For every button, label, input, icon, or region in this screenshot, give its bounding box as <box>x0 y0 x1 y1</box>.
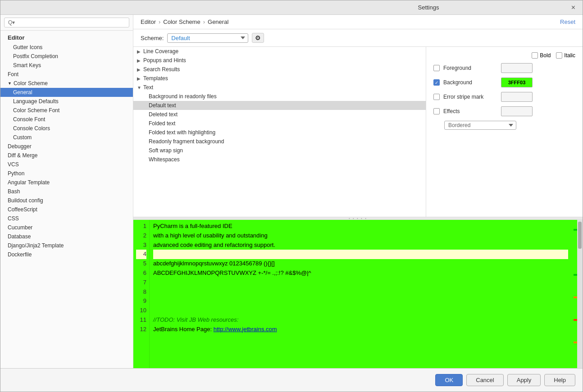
nav-item-debugger[interactable]: Debugger <box>0 142 133 151</box>
foreground-checkbox[interactable] <box>433 65 440 71</box>
line-num: 1 <box>136 222 146 231</box>
code-link: http://www.jetbrains.com <box>214 326 277 333</box>
background-checkbox[interactable]: ✓ <box>433 79 440 86</box>
background-color-box[interactable]: 3FFF03 <box>501 77 533 87</box>
effects-checkbox[interactable] <box>433 108 440 114</box>
cancel-button[interactable]: Cancel <box>466 374 503 386</box>
foreground-row: Foreground <box>433 63 575 73</box>
italic-label: Italic <box>564 52 575 59</box>
nav-header-editor[interactable]: Editor <box>0 32 133 43</box>
editor-area: ▶Line Coverage ▶Popups and Hints ▶Search… <box>133 47 583 368</box>
scheme-gear-button[interactable]: ⚙ <box>252 33 264 43</box>
reset-button[interactable]: Reset <box>560 18 575 25</box>
code-line <box>153 287 568 297</box>
search-box <box>0 15 133 31</box>
nav-item-smart-keys[interactable]: Smart Keys <box>0 61 133 70</box>
tree-item-bg-readonly[interactable]: Background in readonly files <box>133 92 426 101</box>
code-line: PyCharm is a full-featured IDE <box>153 222 568 231</box>
bold-italic-row: Bold Italic <box>433 52 575 59</box>
tree-item-folded-text[interactable]: Folded text <box>133 119 426 128</box>
nav-item-language-defaults[interactable]: Language Defaults <box>0 97 133 106</box>
code-line: advanced code editing and refactoring su… <box>153 241 568 250</box>
nav-item-dockerfile[interactable]: Dockerfile <box>0 250 133 259</box>
arrow-icon: ▶ <box>137 58 141 63</box>
nav-item-bash[interactable]: Bash <box>0 187 133 196</box>
breadcrumb-sep1: › <box>159 18 160 25</box>
nav-item-custom[interactable]: Custom <box>0 133 133 142</box>
italic-check-label[interactable]: Italic <box>556 52 575 59</box>
nav-item-console-colors[interactable]: Console Colors <box>0 124 133 133</box>
tree-item-soft-wrap[interactable]: Soft wrap sign <box>133 146 426 155</box>
nav-item-angular[interactable]: Angular Template <box>0 178 133 187</box>
scrollbar-thumb[interactable] <box>578 222 582 249</box>
scheme-bar: Scheme: Default Darcula High contrast Mo… <box>133 29 583 47</box>
nav-item-buildout[interactable]: Buildout config <box>0 196 133 205</box>
search-input[interactable] <box>4 18 129 27</box>
nav-item-font[interactable]: Font <box>0 70 133 79</box>
nav-item-django[interactable]: Django/Jinja2 Template <box>0 241 133 250</box>
italic-checkbox[interactable] <box>556 52 562 59</box>
code-line: with a high level of usability and outst… <box>153 231 568 241</box>
tree-item-readonly-fragment[interactable]: Readonly fragment background <box>133 137 426 146</box>
tree-item-deleted-text[interactable]: Deleted text <box>133 110 426 119</box>
bordered-select[interactable]: Bordered Underscored Bold Underscored <box>444 121 516 130</box>
scrollbar-track[interactable] <box>577 220 583 368</box>
effects-color-box[interactable] <box>501 106 533 116</box>
foreground-color-box[interactable] <box>501 63 533 73</box>
close-button[interactable]: × <box>569 4 577 12</box>
code-line <box>153 296 568 306</box>
nav-item-database[interactable]: Database <box>0 232 133 241</box>
apply-button[interactable]: Apply <box>507 374 541 386</box>
line-numbers: 1 2 3 4 5 6 7 8 9 10 11 12 <box>133 220 150 368</box>
title-bar: Settings × <box>0 0 583 15</box>
bold-label: Bold <box>540 52 551 59</box>
preview-content: 1 2 3 4 5 6 7 8 9 10 11 12 <box>133 220 583 368</box>
error-stripe-row: Error stripe mark <box>433 92 575 102</box>
error-stripe-checkbox[interactable] <box>433 94 440 100</box>
nav-item-diff-merge[interactable]: Diff & Merge <box>0 151 133 160</box>
arrow-icon: ▶ <box>137 49 141 54</box>
settings-dialog: Settings × Editor Gutter Icons Postfix C… <box>0 0 583 392</box>
code-lines: PyCharm is a full-featured IDE with a hi… <box>150 220 572 368</box>
main-content: Editor Gutter Icons Postfix Completion S… <box>0 15 583 368</box>
color-scheme-arrow-icon: ▼ <box>8 81 12 86</box>
scheme-select[interactable]: Default Darcula High contrast Monokai <box>167 33 248 43</box>
tree-item-whitespaces[interactable]: Whitespaces <box>133 155 426 164</box>
error-stripe-color-box[interactable] <box>501 92 533 102</box>
nav-item-color-scheme-font[interactable]: Color Scheme Font <box>0 106 133 115</box>
help-button[interactable]: Help <box>544 374 575 386</box>
props-panel: Bold Italic Foreground <box>426 47 583 217</box>
nav-item-color-scheme[interactable]: ▼Color Scheme <box>0 79 133 88</box>
nav-item-cucumber[interactable]: Cucumber <box>0 223 133 232</box>
tree-item-templates[interactable]: ▶Templates <box>133 74 426 83</box>
marker-orange2 <box>574 342 577 343</box>
nav-item-gutter-icons[interactable]: Gutter Icons <box>0 43 133 52</box>
marker-green2 <box>574 274 577 276</box>
nav-item-python[interactable]: Python <box>0 169 133 178</box>
marker-red <box>574 319 577 321</box>
error-stripe-label: Error stripe mark <box>443 94 497 100</box>
tree-item-text[interactable]: ▼Text <box>133 83 426 92</box>
arrow-icon: ▶ <box>137 76 141 81</box>
tree-item-popups[interactable]: ▶Popups and Hints <box>133 56 426 65</box>
nav-item-console-font[interactable]: Console Font <box>0 115 133 124</box>
tree-item-search-results[interactable]: ▶Search Results <box>133 65 426 74</box>
tree-item-line-coverage[interactable]: ▶Line Coverage <box>133 47 426 56</box>
nav-item-vcs[interactable]: VCS <box>0 160 133 169</box>
bold-check-label[interactable]: Bold <box>532 52 551 59</box>
bold-checkbox[interactable] <box>532 52 538 59</box>
nav-item-postfix[interactable]: Postfix Completion <box>0 52 133 61</box>
effects-row: Effects <box>433 106 575 116</box>
nav-item-general[interactable]: General <box>0 88 133 97</box>
dialog-title: Settings <box>287 4 569 11</box>
ok-button[interactable]: OK <box>435 374 463 386</box>
tree-item-default-text[interactable]: Default text <box>133 101 426 110</box>
nav-item-css[interactable]: CSS <box>0 214 133 223</box>
code-line <box>153 306 568 315</box>
line-num: 7 <box>136 278 146 287</box>
breadcrumb-color-scheme: Color Scheme <box>163 18 200 25</box>
line-num: 6 <box>136 269 146 278</box>
tree-item-folded-text-highlight[interactable]: Folded text with highlighting <box>133 128 426 137</box>
nav-item-coffeescript[interactable]: CoffeeScript <box>0 205 133 214</box>
code-line-selected <box>153 250 568 259</box>
